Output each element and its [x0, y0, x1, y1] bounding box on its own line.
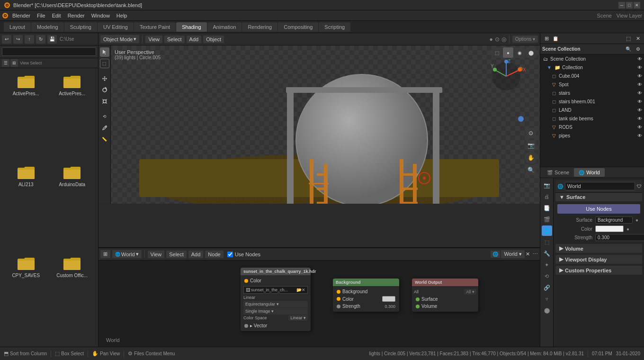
tab-uv-editing[interactable]: UV Editing: [98, 22, 134, 32]
view-select-btn[interactable]: ☰: [2, 59, 9, 67]
minimize-button[interactable]: ─: [618, 2, 625, 9]
surface-dot-btn[interactable]: ●: [635, 217, 638, 223]
sidebar-bookmark-btn[interactable]: 💾: [47, 35, 57, 44]
viewport-object-btn[interactable]: Object: [203, 36, 224, 43]
world-color-swatch[interactable]: [595, 225, 624, 232]
outliner-rods[interactable]: ▽ RODS 👁: [540, 123, 644, 131]
volume-header[interactable]: ▶ Volume: [555, 244, 642, 253]
shading-render-btn[interactable]: ⬤: [526, 47, 536, 58]
tab-sculpting[interactable]: Sculpting: [64, 22, 97, 32]
sidebar-forward-btn[interactable]: ↪: [13, 35, 23, 44]
world-name-input[interactable]: [565, 182, 635, 190]
world-tab[interactable]: 🌐 World: [574, 168, 605, 177]
spot-eye[interactable]: 👁: [637, 82, 642, 87]
viewport-content[interactable]: ⬚: [98, 45, 540, 204]
node-settings-btn[interactable]: ⋯: [533, 251, 538, 257]
viewport-overlay-icon[interactable]: ⊙: [495, 36, 500, 43]
equirectangular-btn[interactable]: Equirectangular ▾: [243, 301, 308, 307]
viewport-shading-icon[interactable]: ●: [490, 36, 493, 43]
use-nodes-button[interactable]: Use Nodes: [557, 204, 640, 214]
world-shield-btn[interactable]: 🛡: [637, 182, 642, 190]
tab-rendering[interactable]: Rendering: [242, 22, 277, 32]
node-close-btn[interactable]: ✕: [526, 251, 530, 257]
node-node-btn[interactable]: Node: [205, 251, 223, 258]
file-item-1[interactable]: ActivePres...: [50, 72, 95, 161]
node-content[interactable]: sunset_in_the_chalk_quarry_1k.hdr Color …: [98, 261, 540, 347]
shading-wire-btn[interactable]: ⬚: [492, 47, 502, 58]
collection-eye[interactable]: 👁: [637, 65, 642, 70]
all-dropdown[interactable]: All ▾: [464, 289, 476, 295]
menu-render[interactable]: Render: [65, 12, 88, 19]
outliner-pipes[interactable]: ▽ pipes 👁: [540, 131, 644, 140]
node-editor-icon-btn[interactable]: ⊞: [100, 250, 110, 258]
ptab-world[interactable]: 🌐: [542, 225, 552, 236]
menu-help[interactable]: Help: [114, 12, 130, 19]
ptab-physics[interactable]: ⟲: [542, 271, 552, 281]
ptab-particles[interactable]: ✦: [542, 260, 552, 270]
background-node[interactable]: Background Background Color: [333, 279, 399, 312]
tank-beems-eye[interactable]: 👁: [637, 116, 642, 121]
cube004-eye[interactable]: 👁: [637, 73, 642, 79]
outliner-filter-btn[interactable]: ⚙: [634, 45, 642, 54]
sidebar-back-btn[interactable]: ↩: [2, 35, 11, 44]
color-dot-btn[interactable]: ●: [626, 226, 629, 232]
strength-input[interactable]: [595, 234, 644, 241]
scene-collection-eye[interactable]: 👁: [637, 56, 642, 62]
use-nodes-checkbox[interactable]: [227, 252, 233, 257]
menu-blender[interactable]: Blender: [9, 12, 33, 19]
viewport-select-btn[interactable]: Select: [164, 36, 185, 43]
viewport-add-btn[interactable]: Add: [187, 36, 202, 43]
options-btn[interactable]: Options ▾: [512, 36, 538, 43]
right-panel-expand-btn[interactable]: ⬚: [624, 34, 633, 43]
pipes-eye[interactable]: 👁: [637, 133, 642, 138]
maximize-button[interactable]: □: [626, 2, 633, 9]
bg-color-swatch[interactable]: [382, 296, 395, 302]
tab-animation[interactable]: Animation: [207, 22, 242, 32]
outliner-tank-side-beems[interactable]: ◻ tank side beems 👁: [540, 114, 644, 123]
file-item-5[interactable]: Custom Offic...: [50, 254, 95, 343]
outliner-cube004[interactable]: ◻ Cube.004 👁: [540, 72, 644, 80]
outliner-stairs-bheem[interactable]: ◻ stairs bheem.001 👁: [540, 97, 644, 106]
outliner-land[interactable]: ◻ LAND 👁: [540, 106, 644, 114]
node-world-btn[interactable]: 🌐 World ▾: [112, 250, 142, 258]
file-item-2[interactable]: ALI213: [4, 163, 48, 252]
surface-header[interactable]: ▼ Surface: [555, 193, 642, 201]
viewport-magnify-icon[interactable]: 🔍: [526, 165, 536, 175]
ptab-data[interactable]: ▿: [542, 294, 552, 304]
ptab-render[interactable]: 📷: [542, 180, 552, 190]
menu-window[interactable]: Window: [89, 12, 113, 19]
sidebar-up-btn[interactable]: ↑: [25, 35, 34, 44]
ptab-scene[interactable]: 🎬: [542, 214, 552, 225]
sidebar-path[interactable]: C:\Use: [60, 36, 74, 42]
viewport-camera-icon[interactable]: 📷: [526, 140, 536, 151]
stairs-eye[interactable]: 👁: [637, 90, 642, 96]
color-space-value[interactable]: Linear ▾: [288, 315, 308, 321]
shading-solid-btn[interactable]: ●: [503, 47, 513, 58]
ptab-output[interactable]: 🖨: [542, 191, 552, 202]
scene-tab[interactable]: 🎬 Scene: [542, 168, 574, 177]
texture-image-node[interactable]: sunset_in_the_chalk_quarry_1k.hdr Color …: [241, 268, 311, 331]
viewport-view-btn[interactable]: View: [145, 36, 162, 43]
surface-value[interactable]: Background: [595, 216, 633, 224]
world-output-node[interactable]: World Output All All ▾ Surface: [412, 279, 478, 312]
search-input[interactable]: [2, 47, 96, 56]
outliner-stairs[interactable]: ◻ stairs 👁: [540, 89, 644, 97]
outliner-spot[interactable]: ▽ Spot 👁: [540, 80, 644, 89]
close-button[interactable]: ✕: [634, 2, 640, 9]
stairs-bheem-eye[interactable]: 👁: [637, 99, 642, 104]
sidebar-refresh-btn[interactable]: ↻: [36, 35, 45, 44]
view-grid-btn[interactable]: ⊞: [10, 59, 18, 67]
node-world-type[interactable]: World ▾: [501, 250, 525, 258]
custom-props-header[interactable]: ▶ Custom Properties: [555, 266, 642, 275]
right-panel-close-btn[interactable]: ✕: [634, 34, 642, 43]
tab-shading[interactable]: Shading: [176, 22, 206, 32]
viewport-mode-btn[interactable]: Object Mode ▾: [100, 35, 139, 43]
file-item-0[interactable]: ActivePres...: [4, 72, 48, 161]
ptab-constraints[interactable]: 🔗: [542, 282, 552, 293]
shading-mat-btn[interactable]: ◉: [514, 47, 525, 58]
ptab-material[interactable]: ⬤: [542, 305, 552, 315]
menu-file[interactable]: File: [34, 12, 48, 19]
outliner-search-btn[interactable]: 🔍: [624, 45, 633, 54]
outliner-collection[interactable]: ▼ 📁 Collection 👁: [540, 63, 644, 72]
tab-texture-paint[interactable]: Texture Paint: [134, 22, 176, 32]
